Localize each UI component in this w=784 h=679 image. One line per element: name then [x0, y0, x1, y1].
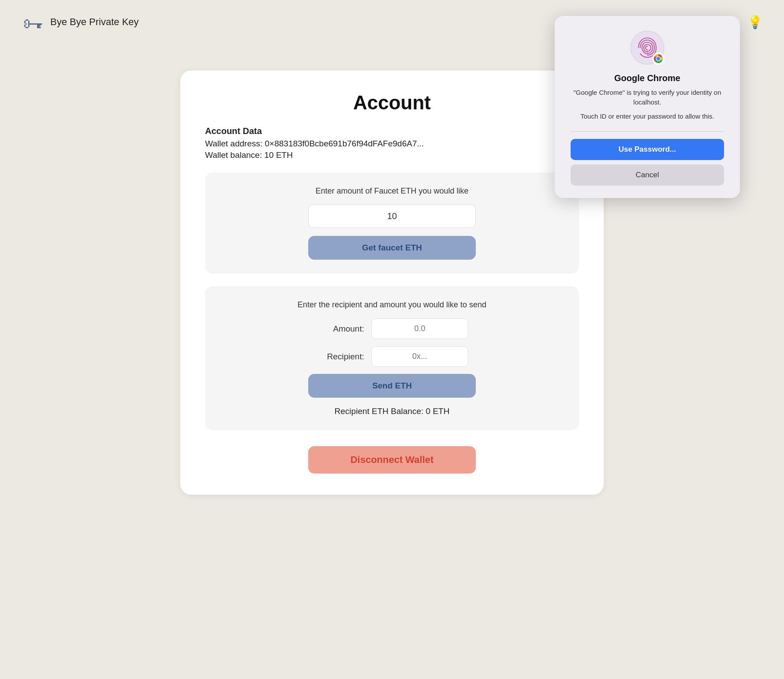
dialog-title: Google Chrome [614, 73, 680, 83]
chrome-badge-icon [652, 52, 665, 65]
faucet-label: Enter amount of Faucet ETH you would lik… [223, 187, 561, 196]
send-section: Enter the recipient and amount you would… [205, 286, 579, 430]
amount-row: Amount: [223, 318, 561, 339]
send-label: Enter the recipient and amount you would… [223, 300, 561, 310]
disconnect-wallet-button[interactable]: Disconnect Wallet [308, 446, 476, 474]
dialog-app-icon-container [630, 30, 665, 65]
recipient-balance: Recipient ETH Balance: 0 ETH [223, 407, 561, 416]
key-icon: 🗝 [21, 11, 44, 34]
account-data-label: Account Data [205, 126, 579, 136]
cancel-dialog-button[interactable]: Cancel [571, 164, 724, 186]
recipient-input[interactable] [371, 346, 468, 367]
recipient-row: Recipient: [223, 346, 561, 367]
navbar-left: 🗝 Bye Bye Private Key [21, 11, 139, 34]
dialog-divider [571, 131, 724, 132]
wallet-address-line: Wallet address: 0×883183f0Bcbe691b76f94d… [205, 139, 579, 149]
dialog-desc: "Google Chrome" is trying to verify your… [571, 88, 724, 107]
recipient-label: Recipient: [316, 352, 364, 362]
use-password-button[interactable]: Use Password... [571, 139, 724, 160]
get-faucet-eth-button[interactable]: Get faucet ETH [308, 236, 476, 260]
main-card: Account Account Data Wallet address: 0×8… [180, 71, 604, 495]
amount-label: Amount: [316, 324, 364, 334]
faucet-amount-input[interactable] [308, 205, 476, 228]
svg-text:🗝: 🗝 [23, 13, 43, 34]
wallet-balance-line: Wallet balance: 10 ETH [205, 150, 579, 160]
account-title: Account [205, 92, 579, 114]
send-eth-button[interactable]: Send ETH [308, 374, 476, 398]
faucet-section: Enter amount of Faucet ETH you would lik… [205, 172, 579, 274]
touch-id-dialog: Google Chrome "Google Chrome" is trying … [555, 16, 740, 198]
bulb-icon: 💡 [747, 15, 763, 30]
app-title: Bye Bye Private Key [50, 16, 139, 28]
amount-input[interactable] [371, 318, 468, 339]
svg-point-6 [657, 57, 660, 60]
dialog-sub-desc: Touch ID or enter your password to allow… [580, 112, 714, 121]
